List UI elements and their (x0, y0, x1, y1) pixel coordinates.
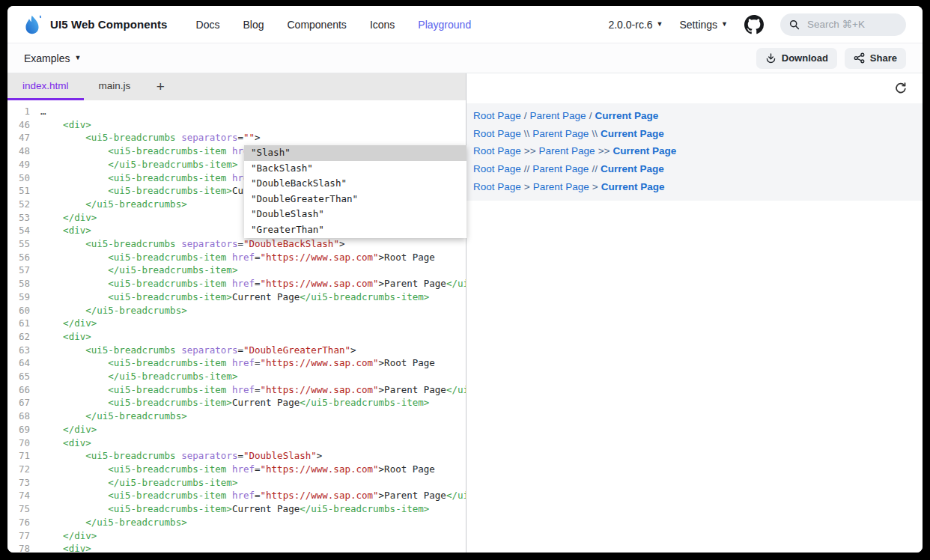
settings-menu[interactable]: Settings ▼ (679, 19, 728, 31)
main-nav: DocsBlogComponentsIconsPlayground (196, 19, 472, 31)
breadcrumbs-preview: Root Page/Parent Page/Current PageRoot P… (466, 103, 923, 201)
line-number: 74 (7, 489, 30, 502)
download-button[interactable]: Download (756, 48, 837, 69)
breadcrumb-separator: / (586, 110, 595, 121)
code-line[interactable]: 64 <ui5-breadcrumbs-item href="https://w… (7, 356, 466, 370)
code-line[interactable]: 58 <ui5-breadcrumbs-item href="https://w… (7, 277, 466, 290)
breadcrumb-row: Root Page>Parent Page>Current Page (473, 178, 915, 196)
nav-item-docs[interactable]: Docs (196, 19, 220, 31)
code-line[interactable]: 66 <ui5-breadcrumbs-item href="https://w… (7, 383, 466, 397)
breadcrumb-link[interactable]: Parent Page (539, 145, 595, 156)
line-number: 47 (7, 131, 30, 144)
code-line[interactable]: 46 <div> (7, 118, 466, 132)
code-line[interactable]: 74 <ui5-breadcrumbs-item href="https://w… (7, 489, 466, 502)
examples-dropdown[interactable]: Examples ▼ (24, 52, 81, 64)
breadcrumb-link[interactable]: Parent Page (532, 128, 589, 139)
line-number: 46 (7, 118, 30, 132)
breadcrumb-current: Current Page (601, 163, 664, 174)
search-icon (789, 19, 800, 30)
line-number: 73 (7, 476, 30, 490)
nav-item-blog[interactable]: Blog (243, 19, 264, 31)
breadcrumb-current: Current Page (601, 181, 665, 192)
chevron-down-icon: ▼ (721, 21, 728, 28)
code-line[interactable]: 65 </ui5-breadcrumbs-item> (7, 370, 466, 383)
examples-label: Examples (24, 52, 70, 64)
line-number: 53 (7, 211, 30, 225)
editor-tab-main.js[interactable]: main.js (84, 73, 146, 100)
breadcrumb-link[interactable]: Root Page (473, 110, 521, 121)
top-header: UI5 Web Components DocsBlogComponentsIco… (7, 6, 923, 43)
code-line[interactable]: 60 </ui5-breadcrumbs> (7, 304, 466, 317)
refresh-icon[interactable] (894, 82, 908, 95)
settings-label: Settings (679, 19, 717, 31)
nav-item-components[interactable]: Components (287, 19, 346, 31)
line-number: 71 (7, 449, 30, 463)
chevron-down-icon: ▼ (657, 21, 663, 28)
code-line[interactable]: 71 <ui5-breadcrumbs separators="DoubleSl… (7, 449, 466, 463)
code-line[interactable]: 69 </div> (7, 423, 466, 436)
breadcrumb-separator: >> (521, 145, 539, 156)
breadcrumb-link[interactable]: Root Page (473, 163, 521, 174)
code-line[interactable]: 68 </ui5-breadcrumbs> (7, 410, 466, 423)
line-number: 54 (7, 224, 30, 237)
code-line[interactable]: 67 <ui5-breadcrumbs-item>Current Page</u… (7, 396, 466, 410)
line-number: 48 (7, 144, 30, 158)
code-line[interactable]: 62 <div> (7, 330, 466, 344)
breadcrumb-link[interactable]: Parent Page (530, 110, 586, 121)
line-number: 75 (7, 502, 30, 516)
code-line[interactable]: 76 </ui5-breadcrumbs> (7, 516, 466, 529)
search-input[interactable] (806, 18, 891, 31)
breadcrumb-separator: // (589, 163, 601, 174)
editor-tabbar: index.htmlmain.js+ (7, 73, 466, 100)
code-line[interactable]: 61 </div> (7, 317, 466, 330)
app-window: UI5 Web Components DocsBlogComponentsIco… (7, 6, 923, 553)
line-number: 62 (7, 330, 30, 344)
autocomplete-option[interactable]: "DoubleSlash" (244, 207, 466, 222)
code-line[interactable]: 78 <div> (7, 542, 466, 553)
editor-tab-index.html[interactable]: index.html (7, 73, 84, 100)
version-menu[interactable]: 2.0.0-rc.6 ▼ (608, 19, 663, 31)
breadcrumb-link[interactable]: Root Page (473, 128, 521, 139)
code-line[interactable]: 70 <div> (7, 436, 466, 450)
share-button[interactable]: Share (845, 48, 906, 69)
autocomplete-option[interactable]: "DoubleBackSlash" (244, 176, 466, 192)
breadcrumb-row: Root Page//Parent Page//Current Page (473, 160, 915, 178)
code-line[interactable]: 55 <ui5-breadcrumbs separators="DoubleBa… (7, 237, 466, 251)
autocomplete-option[interactable]: "BackSlash" (244, 161, 466, 177)
nav-item-playground[interactable]: Playground (418, 19, 471, 31)
breadcrumb-row: Root Page/Parent Page/Current Page (473, 107, 915, 125)
code-line[interactable]: 1… (7, 105, 466, 118)
line-number: 61 (7, 317, 30, 330)
main-content: index.htmlmain.js+ 1…46 <div>47 <ui5-bre… (7, 73, 923, 553)
line-number: 69 (7, 423, 30, 436)
search-box[interactable] (780, 13, 906, 36)
breadcrumb-link[interactable]: Root Page (473, 145, 521, 156)
version-label: 2.0.0-rc.6 (608, 19, 652, 31)
breadcrumb-link[interactable]: Parent Page (533, 181, 589, 192)
autocomplete-option[interactable]: "GreaterThan" (244, 222, 466, 238)
breadcrumb-separator: // (521, 163, 533, 174)
nav-item-icons[interactable]: Icons (370, 19, 395, 31)
code-line[interactable]: 77 </div> (7, 529, 466, 543)
breadcrumb-link[interactable]: Root Page (473, 181, 521, 192)
line-number: 59 (7, 290, 30, 304)
breadcrumb-separator: >> (595, 145, 613, 156)
code-line[interactable]: 47 <ui5-breadcrumbs separators=""> (7, 131, 466, 144)
code-line[interactable]: 59 <ui5-breadcrumbs-item>Current Page</u… (7, 290, 466, 304)
add-tab-button[interactable]: + (145, 73, 175, 100)
examples-toolbar: Examples ▼ Download Share (7, 43, 923, 73)
code-line[interactable]: 56 <ui5-breadcrumbs-item href="https://w… (7, 251, 466, 264)
share-icon (854, 52, 865, 64)
breadcrumb-link[interactable]: Parent Page (532, 163, 589, 174)
autocomplete-option[interactable]: "Slash" (244, 145, 466, 161)
download-label: Download (782, 52, 828, 64)
code-line[interactable]: 72 <ui5-breadcrumbs-item href="https://w… (7, 463, 466, 476)
code-line[interactable]: 75 <ui5-breadcrumbs-item>Current Page</u… (7, 502, 466, 516)
line-number: 52 (7, 198, 30, 211)
code-line[interactable]: 57 </ui5-breadcrumbs-item> (7, 264, 466, 277)
code-line[interactable]: 63 <ui5-breadcrumbs separators="DoubleGr… (7, 344, 466, 357)
github-icon[interactable] (744, 15, 764, 34)
ui5-flame-logo-icon (24, 13, 43, 36)
autocomplete-option[interactable]: "DoubleGreaterThan" (244, 192, 466, 207)
code-line[interactable]: 73 </ui5-breadcrumbs-item> (7, 476, 466, 490)
